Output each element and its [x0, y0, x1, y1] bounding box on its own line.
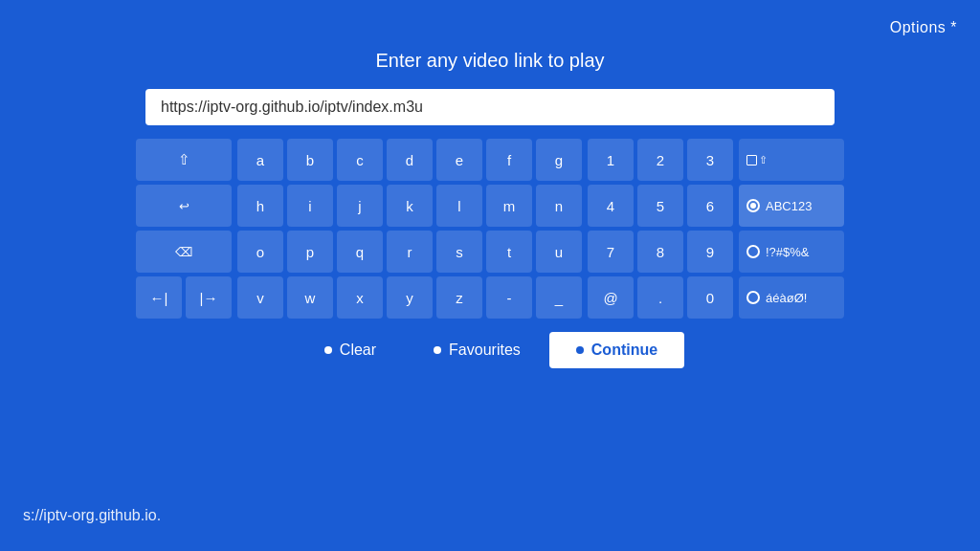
- key-e[interactable]: e: [436, 139, 482, 181]
- key-u[interactable]: u: [536, 231, 582, 273]
- key-at[interactable]: @: [588, 276, 634, 319]
- page-title: Enter any video link to play: [0, 50, 980, 72]
- action-bar: Clear Favourites Continue: [0, 332, 980, 368]
- radio-abc123-icon: [746, 199, 760, 212]
- key-dash[interactable]: -: [486, 276, 532, 319]
- key-0[interactable]: 0: [687, 276, 733, 319]
- key-3[interactable]: 3: [687, 139, 733, 181]
- key-q[interactable]: q: [337, 231, 383, 273]
- key-z[interactable]: z: [436, 276, 482, 319]
- key-w[interactable]: w: [287, 276, 333, 319]
- options-button[interactable]: Options *: [890, 19, 957, 36]
- key-o[interactable]: o: [237, 231, 283, 273]
- key-n[interactable]: n: [536, 185, 582, 227]
- favourites-button[interactable]: Favourites: [405, 332, 549, 368]
- key-6[interactable]: 6: [687, 185, 733, 227]
- url-text: https://iptv-org.github.io/iptv/index.m3…: [161, 99, 423, 116]
- favourites-label: Favourites: [449, 342, 521, 359]
- shift-key[interactable]: ⇧: [136, 139, 232, 181]
- special-keys-panel: ⇧ ↩ ⌫ ←| |→: [136, 139, 232, 319]
- cursor-left-key[interactable]: ←|: [136, 276, 182, 319]
- key-1[interactable]: 1: [588, 139, 634, 181]
- radio-symbols-icon: [746, 245, 760, 258]
- key-r[interactable]: r: [387, 231, 433, 273]
- key-i[interactable]: i: [287, 185, 333, 227]
- key-underscore[interactable]: _: [536, 276, 582, 319]
- clear-bullet-icon: [324, 346, 332, 354]
- tab-key[interactable]: ↩: [136, 185, 232, 227]
- symbols-mode-label: !?#$%&: [766, 245, 810, 259]
- clear-label: Clear: [340, 342, 376, 359]
- continue-bullet-icon: [576, 346, 584, 354]
- key-j[interactable]: j: [337, 185, 383, 227]
- key-v[interactable]: v: [237, 276, 283, 319]
- url-input-display[interactable]: https://iptv-org.github.io/iptv/index.m3…: [145, 89, 835, 125]
- accents-mode-label: áéàøØ!: [766, 291, 807, 305]
- mode-panel: ⇧ ABC123 !?#$%& áéàøØ!: [739, 139, 844, 319]
- symbols-mode-button[interactable]: !?#$%&: [739, 231, 844, 273]
- key-dot[interactable]: .: [637, 276, 683, 319]
- key-8[interactable]: 8: [637, 231, 683, 273]
- continue-button[interactable]: Continue: [549, 332, 684, 368]
- bottom-url-display: s://iptv-org.github.io.: [23, 507, 161, 524]
- key-5[interactable]: 5: [637, 185, 683, 227]
- clear-button[interactable]: Clear: [296, 332, 405, 368]
- key-f[interactable]: f: [486, 139, 532, 181]
- key-t[interactable]: t: [486, 231, 532, 273]
- key-9[interactable]: 9: [687, 231, 733, 273]
- abc123-mode-button[interactable]: ABC123: [739, 185, 844, 227]
- key-s[interactable]: s: [436, 231, 482, 273]
- key-b[interactable]: b: [287, 139, 333, 181]
- abc123-mode-label: ABC123: [766, 199, 812, 213]
- key-p[interactable]: p: [287, 231, 333, 273]
- key-c[interactable]: c: [337, 139, 383, 181]
- accents-mode-button[interactable]: áéàøØ!: [739, 276, 844, 319]
- key-k[interactable]: k: [387, 185, 433, 227]
- favourites-bullet-icon: [434, 346, 441, 354]
- backspace-key[interactable]: ⌫: [136, 231, 232, 273]
- numbers-panel: 1 2 3 4 5 6 7 8 9 @ . 0: [588, 139, 733, 319]
- key-7[interactable]: 7: [588, 231, 634, 273]
- key-g[interactable]: g: [536, 139, 582, 181]
- key-h[interactable]: h: [237, 185, 283, 227]
- keyboard: ⇧ ↩ ⌫ ←| |→ a b c d e f g h i j k l m n …: [0, 139, 980, 319]
- caps-icon: ⇧: [746, 154, 768, 166]
- key-m[interactable]: m: [486, 185, 532, 227]
- key-y[interactable]: y: [387, 276, 433, 319]
- caps-mode-button[interactable]: ⇧: [739, 139, 844, 181]
- key-l[interactable]: l: [436, 185, 482, 227]
- key-d[interactable]: d: [387, 139, 433, 181]
- key-2[interactable]: 2: [637, 139, 683, 181]
- radio-accents-icon: [746, 291, 760, 304]
- letters-panel: a b c d e f g h i j k l m n o p q r s t …: [237, 139, 582, 319]
- key-4[interactable]: 4: [588, 185, 634, 227]
- cursor-right-key[interactable]: |→: [186, 276, 232, 319]
- key-a[interactable]: a: [237, 139, 283, 181]
- key-x[interactable]: x: [337, 276, 383, 319]
- continue-label: Continue: [591, 342, 657, 359]
